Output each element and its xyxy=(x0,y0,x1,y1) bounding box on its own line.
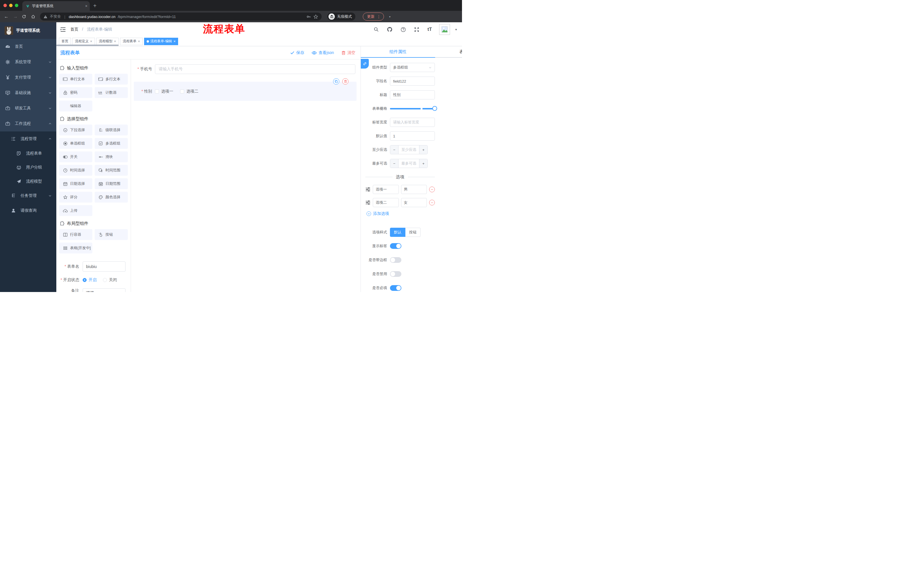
palette-item-editor[interactable]: 编辑器 xyxy=(59,100,92,112)
sidebar-item-payment[interactable]: 支付管理 xyxy=(0,70,56,85)
status-radio-off[interactable]: 关闭 xyxy=(103,277,117,283)
sidebar-item-workflow[interactable]: 工作流程 xyxy=(0,116,56,132)
palette-item-checkbox-group[interactable]: 多选框组 xyxy=(95,138,128,149)
stepper-plus-button[interactable]: + xyxy=(419,145,427,154)
option-name-input[interactable]: 选项一 xyxy=(373,185,399,194)
palette-item-counter[interactable]: 123计数器 xyxy=(95,87,128,98)
avatar-caret-icon[interactable]: ▾ xyxy=(455,28,457,31)
palette-item-rate[interactable]: 评分 xyxy=(59,192,92,202)
palette-item-time[interactable]: 时间选择 xyxy=(59,165,92,176)
forward-icon[interactable]: → xyxy=(13,14,18,19)
github-icon[interactable] xyxy=(387,26,393,32)
palette-item-date-range[interactable]: 日期范围 xyxy=(95,178,128,189)
remove-option-button[interactable]: − xyxy=(429,187,435,192)
tab-component-props[interactable]: 组件属性 xyxy=(361,46,435,58)
sidebar-item-system[interactable]: 系统管理 xyxy=(0,54,56,70)
tag-close-icon[interactable]: × xyxy=(114,39,116,43)
palette-item-select[interactable]: 下拉选择 xyxy=(59,125,92,135)
style-button-button[interactable]: 按钮 xyxy=(405,228,421,237)
add-option-button[interactable]: + 添加选项 xyxy=(366,211,435,216)
delete-component-button[interactable] xyxy=(342,78,348,85)
tag-close-icon[interactable]: × xyxy=(173,39,176,43)
label-width-input[interactable]: 请输入标签宽度 xyxy=(390,118,435,127)
required-toggle[interactable] xyxy=(390,285,401,291)
phone-input[interactable]: 请输入手机号 xyxy=(155,64,355,74)
sidebar-item-task-mgmt[interactable]: 任务管理 xyxy=(0,188,56,203)
disabled-toggle[interactable] xyxy=(390,271,401,277)
sidebar-item-infra[interactable]: 基础设施 xyxy=(0,85,56,100)
sidebar-item-leave-query[interactable]: 请假查询 xyxy=(0,203,56,218)
copy-component-button[interactable] xyxy=(333,78,339,85)
palette-item-table[interactable]: 表格[开发中] xyxy=(59,243,92,253)
option-value-input[interactable]: 男 xyxy=(401,185,427,194)
close-window-button[interactable] xyxy=(3,4,7,7)
drag-handle-icon[interactable] xyxy=(365,187,371,192)
tag-close-icon[interactable]: × xyxy=(138,39,140,43)
new-tab-button[interactable]: + xyxy=(93,3,97,9)
form-canvas[interactable]: 手机号 请输入手机号 性别 选项一 选项二 xyxy=(131,59,361,292)
component-type-select[interactable]: 多选框组 xyxy=(390,63,435,72)
remove-option-button[interactable]: − xyxy=(429,200,435,206)
refresh-icon[interactable] xyxy=(22,14,28,19)
option-value-input[interactable]: 女 xyxy=(401,198,427,207)
gender-option-2[interactable]: 选项二 xyxy=(180,89,198,94)
palette-item-cascader[interactable]: 级联选择 xyxy=(95,125,128,135)
clear-button[interactable]: 清空 xyxy=(342,50,355,56)
border-toggle[interactable] xyxy=(390,257,401,263)
palette-item-slider[interactable]: 滑块 xyxy=(95,151,128,162)
slider-handle[interactable] xyxy=(432,106,437,111)
sidebar-item-home[interactable]: 首页 xyxy=(0,39,56,54)
canvas-field-gender-selected[interactable]: 性别 选项一 选项二 xyxy=(134,82,356,101)
tab-close-icon[interactable]: × xyxy=(85,4,87,8)
font-size-icon[interactable]: tT xyxy=(427,27,432,32)
tab-form-props[interactable]: 表单属性 xyxy=(435,46,462,58)
tag-process-definition[interactable]: 流程定义× xyxy=(72,38,95,45)
tags-scrollbar-thumb[interactable] xyxy=(56,44,119,46)
chrome-caret-icon[interactable]: ▾ xyxy=(389,15,391,18)
form-name-input[interactable]: biubiu xyxy=(82,262,125,272)
field-name-input[interactable]: field122 xyxy=(390,77,435,86)
palette-item-color[interactable]: 颜色选择 xyxy=(95,192,128,202)
security-warning-icon[interactable] xyxy=(43,15,48,18)
stepper-minus-button[interactable]: − xyxy=(390,145,399,154)
palette-item-button[interactable]: 按钮 xyxy=(95,229,128,240)
link-chain-icon[interactable] xyxy=(361,59,369,69)
chrome-menu-icon[interactable]: ⋮ xyxy=(377,14,381,19)
tag-process-form[interactable]: 流程表单× xyxy=(120,38,143,45)
tag-process-model[interactable]: 流程模型× xyxy=(96,38,119,45)
palette-item-password[interactable]: 密码 xyxy=(59,87,92,98)
palette-item-row-container[interactable]: 行容器 xyxy=(59,229,92,240)
zoom-window-button[interactable] xyxy=(15,4,18,7)
sidebar-item-process-form[interactable]: 流程表单 xyxy=(0,146,56,160)
stepper-minus-button[interactable]: − xyxy=(390,159,399,168)
sidebar-item-process-mgmt[interactable]: 流程管理 xyxy=(0,132,56,146)
slider-track[interactable] xyxy=(390,108,435,109)
palette-item-upload[interactable]: 上传 xyxy=(59,205,92,216)
palette-item-single-text[interactable]: 单行文本 xyxy=(59,74,92,85)
style-default-button[interactable]: 默认 xyxy=(390,228,405,237)
view-json-button[interactable]: 查看json xyxy=(312,50,334,56)
max-select-input[interactable]: 最多可选 xyxy=(399,159,419,168)
minimize-window-button[interactable] xyxy=(9,4,13,7)
search-icon[interactable] xyxy=(374,27,379,32)
status-radio-on[interactable]: 开启 xyxy=(82,277,97,283)
min-select-input[interactable]: 至少应选 xyxy=(399,145,419,154)
security-label[interactable]: 不安全 xyxy=(50,14,61,19)
option-name-input[interactable]: 选项二 xyxy=(373,198,399,207)
fullscreen-icon[interactable] xyxy=(414,27,419,32)
sidebar-collapse-icon[interactable] xyxy=(60,27,66,32)
tag-home[interactable]: 首页 xyxy=(59,38,71,45)
palette-item-switch[interactable]: 开关 xyxy=(59,151,92,162)
title-input[interactable]: 性别 xyxy=(390,90,435,99)
sidebar-item-user-group[interactable]: 用户分组 xyxy=(0,160,56,174)
form-remark-textarea[interactable]: 嘿嘿 xyxy=(82,288,125,292)
stepper-plus-button[interactable]: + xyxy=(419,159,427,168)
bookmark-star-icon[interactable] xyxy=(314,14,318,19)
breadcrumb-home[interactable]: 首页 xyxy=(70,27,78,31)
help-icon[interactable] xyxy=(401,27,406,32)
sidebar-item-process-model[interactable]: 流程模型 xyxy=(0,174,56,188)
back-icon[interactable]: ← xyxy=(3,14,9,19)
sidebar-item-devtools[interactable]: 研发工具 xyxy=(0,100,56,116)
palette-item-radio-group[interactable]: 单选框组 xyxy=(59,138,92,149)
palette-item-time-range[interactable]: 时间范围 xyxy=(95,165,128,176)
